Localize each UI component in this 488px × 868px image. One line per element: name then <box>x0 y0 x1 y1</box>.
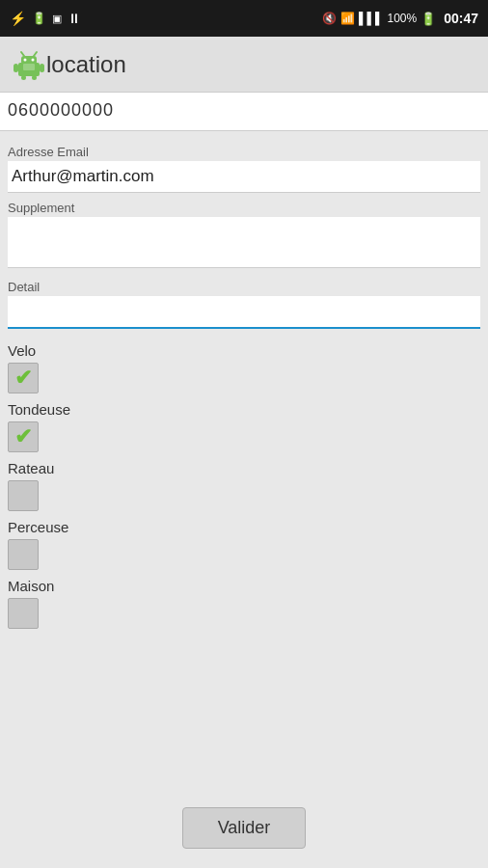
usb-icon: ⚡ <box>10 11 26 26</box>
detail-field-group: Detail <box>8 280 480 329</box>
checkbox-row: Maison <box>8 578 480 629</box>
svg-point-2 <box>24 58 27 61</box>
app-title: location <box>46 51 126 78</box>
svg-rect-9 <box>32 75 37 80</box>
detail-input[interactable] <box>8 296 480 329</box>
checkbox-rateau[interactable] <box>8 480 39 511</box>
signal-icon: ▌▌▌ <box>359 12 384 25</box>
validate-button[interactable]: Valider <box>182 807 307 849</box>
checkbox-label-maison: Maison <box>8 578 480 594</box>
checkbox-velo[interactable] <box>8 363 39 393</box>
app-bar: location <box>0 37 488 93</box>
svg-rect-8 <box>21 75 26 80</box>
svg-rect-1 <box>21 56 37 65</box>
checkbox-label-rateau: Rateau <box>8 460 480 476</box>
checkbox-maison[interactable] <box>8 598 39 629</box>
email-input[interactable] <box>8 161 480 193</box>
email-field-group: Adresse Email <box>8 145 480 193</box>
checkbox-tondeuse[interactable] <box>8 421 39 452</box>
checkbox-label-velo: Velo <box>8 342 480 359</box>
status-left-icons: ⚡ 🔋 ▣ ⏸ <box>10 11 81 26</box>
checkbox-section: VeloTondeuseRateauPerceuseMaison <box>0 342 488 629</box>
svg-rect-7 <box>40 64 44 72</box>
email-label: Adresse Email <box>8 145 480 159</box>
checkbox-label-perceuse: Perceuse <box>8 519 480 535</box>
screenshot-icon: ▣ <box>52 13 62 25</box>
main-content: 0600000000 Adresse Email Supplement Deta… <box>0 93 488 629</box>
phone-field-section: 0600000000 <box>0 93 488 131</box>
supplement-label: Supplement <box>8 201 480 215</box>
status-bar: ⚡ 🔋 ▣ ⏸ 🔇 📶 ▌▌▌ 100% 🔋 00:47 <box>0 0 488 37</box>
svg-rect-10 <box>23 64 35 70</box>
status-right-icons: 🔇 📶 ▌▌▌ 100% 🔋 00:47 <box>322 11 478 26</box>
checkbox-row: Perceuse <box>8 519 480 570</box>
app-icon <box>12 47 46 82</box>
checkbox-perceuse[interactable] <box>8 539 39 570</box>
form-section: Adresse Email Supplement Detail <box>0 131 488 335</box>
svg-point-3 <box>32 58 35 61</box>
footer: Valider <box>0 807 488 849</box>
mute-icon: 🔇 <box>322 12 337 25</box>
checkbox-row: Rateau <box>8 460 480 511</box>
battery-percentage: 100% <box>387 12 417 25</box>
battery-charging-icon: 🔋 <box>32 12 46 25</box>
checkbox-row: Velo <box>8 342 480 393</box>
svg-line-4 <box>21 52 24 56</box>
battery-full-icon: 🔋 <box>420 12 436 26</box>
pause-icon: ⏸ <box>68 11 81 26</box>
checkbox-label-tondeuse: Tondeuse <box>8 401 480 418</box>
svg-rect-6 <box>14 64 18 72</box>
status-time: 00:47 <box>444 11 478 26</box>
svg-line-5 <box>34 52 37 56</box>
checkbox-row: Tondeuse <box>8 401 480 452</box>
detail-label: Detail <box>8 280 480 294</box>
phone-value: 0600000000 <box>8 96 480 124</box>
supplement-input[interactable] <box>8 217 480 268</box>
supplement-field-group: Supplement <box>8 201 480 272</box>
wifi-icon: 📶 <box>340 12 355 25</box>
